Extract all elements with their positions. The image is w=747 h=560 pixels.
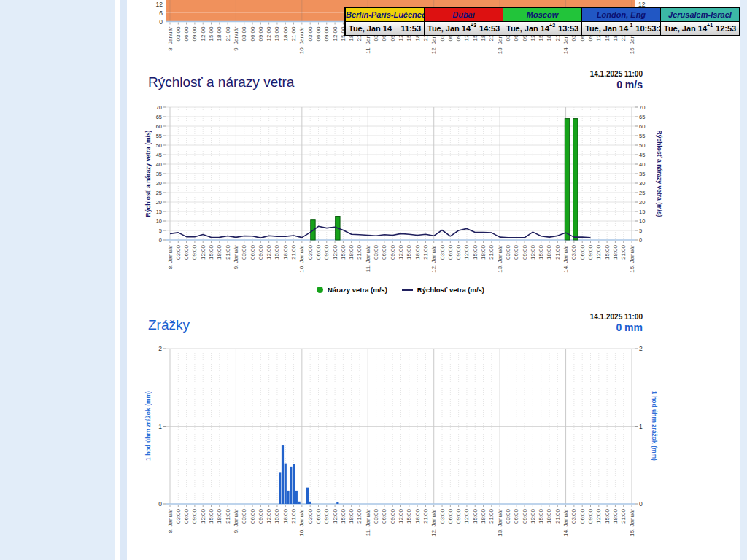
svg-text:06:00: 06:00 [579,244,586,260]
svg-text:15:00: 15:00 [538,508,544,524]
clock-utc-offset: +3 [471,23,476,28]
svg-text:55: 55 [156,133,162,139]
precip-bar [309,502,311,504]
svg-text:9. Január: 9. Január [233,26,239,51]
svg-text:06:00: 06:00 [249,26,256,42]
svg-text:15:00: 15:00 [472,508,479,524]
svg-text:15:00: 15:00 [274,244,280,260]
svg-text:21:00: 21:00 [488,244,495,260]
svg-text:30: 30 [639,180,645,187]
svg-text:03:00: 03:00 [373,508,379,524]
svg-text:09:00: 09:00 [191,508,198,524]
svg-text:15. Január: 15. Január [629,245,635,273]
svg-text:8. Január: 8. Január [167,26,174,51]
svg-text:15:00: 15:00 [340,244,347,260]
svg-text:21:00: 21:00 [225,26,231,42]
svg-text:21:00: 21:00 [488,508,495,524]
precip-bar [298,502,300,504]
svg-text:60: 60 [156,123,162,130]
svg-text:21:00: 21:00 [225,244,231,260]
svg-text:18:00: 18:00 [348,244,355,260]
svg-text:Rýchlosť a nárazy vetra (m/s): Rýchlosť a nárazy vetra (m/s) [656,131,663,217]
svg-text:5: 5 [639,228,642,234]
clock-column: Jerusalem-IsraelTue, Jan 14+112:53 [661,8,739,35]
svg-text:18:00: 18:00 [612,244,619,260]
svg-text:06:00: 06:00 [447,244,454,260]
svg-text:21:00: 21:00 [620,244,627,260]
svg-text:15:00: 15:00 [604,244,611,260]
svg-text:10. Január: 10. Január [298,509,305,537]
svg-text:06:00: 06:00 [183,508,190,524]
svg-text:15:00: 15:00 [472,244,479,260]
clock-time-row: Tue, Jan 1411:53 [346,22,424,35]
svg-text:18:00: 18:00 [480,244,487,260]
svg-text:09:00: 09:00 [258,26,264,42]
svg-text:0: 0 [159,18,163,26]
precip-bar [282,445,284,504]
svg-text:03:00: 03:00 [241,26,247,42]
svg-text:09:00: 09:00 [191,26,198,42]
svg-text:65: 65 [156,114,162,120]
clock-time: 11:53 [400,24,421,33]
clock-date: Tue, Jan 14 [664,24,707,33]
svg-text:15:00: 15:00 [274,26,280,42]
svg-text:18:00: 18:00 [282,244,289,260]
svg-text:65: 65 [639,114,645,120]
gusts-marker-icon [317,287,323,293]
svg-text:45: 45 [156,152,162,158]
clock-utc-offset: +2 [549,23,555,28]
svg-text:03:00: 03:00 [175,26,182,42]
svg-text:25: 25 [639,190,645,196]
svg-text:10: 10 [156,218,162,225]
svg-text:03:00: 03:00 [439,244,446,260]
svg-text:15:00: 15:00 [406,508,412,524]
svg-text:50: 50 [156,142,162,149]
svg-text:09:00: 09:00 [390,244,396,260]
wind-chart: 0055101015152020252530303535404045455050… [144,104,663,273]
svg-text:03:00: 03:00 [307,508,314,524]
svg-text:06:00: 06:00 [183,244,190,260]
precip-bar [293,464,295,504]
svg-text:06:00: 06:00 [381,244,387,260]
svg-text:03:00: 03:00 [570,244,577,260]
precip-current-value: 0 mm [616,322,643,333]
clock-column: DubaiTue, Jan 14+314:53 [425,8,503,35]
svg-text:2: 2 [158,345,162,352]
svg-text:18:00: 18:00 [612,508,619,524]
precip-chart: 0011221 hod úhrn zrážok (mm)1 hod úhrn z… [144,345,658,537]
svg-text:20: 20 [156,199,162,206]
weather-dashboard-page: 0612128. Január03:0006:0009:0012:0015:00… [0,0,747,560]
svg-text:06:00: 06:00 [315,508,322,524]
svg-text:30: 30 [156,180,162,187]
svg-text:15:00: 15:00 [208,508,214,524]
svg-text:12:00: 12:00 [530,244,536,260]
svg-text:12:00: 12:00 [463,244,470,260]
svg-text:21:00: 21:00 [620,508,627,524]
svg-text:11. Január: 11. Január [365,245,371,273]
svg-text:21:00: 21:00 [290,508,297,524]
svg-text:18:00: 18:00 [348,508,355,524]
svg-text:18:00: 18:00 [282,508,289,524]
svg-text:21:00: 21:00 [554,508,561,524]
svg-text:45: 45 [639,152,645,158]
svg-text:09:00: 09:00 [258,508,264,524]
clock-utc-offset: +1 [707,23,713,28]
svg-text:09:00: 09:00 [258,244,264,260]
speed-marker-icon [402,289,413,291]
clock-column: Berlin-Paris-LučenecTue, Jan 1411:53 [346,8,425,35]
svg-text:06:00: 06:00 [249,508,256,524]
clock-city-label: Dubai [425,8,503,22]
svg-text:0: 0 [639,500,643,508]
svg-text:9. Január: 9. Január [233,245,239,270]
svg-text:21:00: 21:00 [356,244,363,260]
svg-text:09:00: 09:00 [522,508,528,524]
svg-text:10. Január: 10. Január [298,26,305,54]
svg-text:12:00: 12:00 [332,508,338,524]
svg-text:55: 55 [639,133,645,139]
svg-text:9. Január: 9. Január [233,509,239,534]
precip-bar [290,467,292,504]
svg-text:03:00: 03:00 [307,26,314,42]
clock-time-row: Tue, Jan 14-110:53:25 [582,22,660,35]
svg-text:21:00: 21:00 [422,244,429,260]
svg-text:03:00: 03:00 [373,244,379,260]
